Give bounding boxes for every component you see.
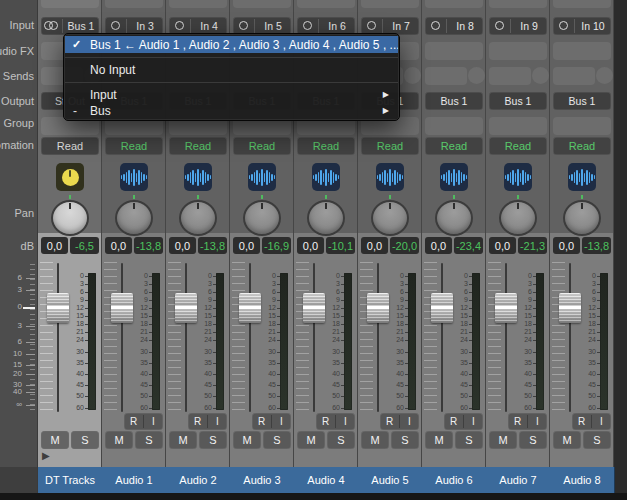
mute-button[interactable]: M (489, 431, 517, 449)
send-slot[interactable] (425, 67, 467, 85)
track-name[interactable]: Audio 5 (358, 467, 422, 493)
solo-button[interactable]: S (135, 431, 163, 449)
input-button[interactable]: In 10 (553, 17, 611, 35)
fader-cap[interactable] (495, 293, 517, 323)
mute-button[interactable]: M (425, 431, 453, 449)
record-enable-button[interactable]: R (188, 413, 207, 430)
automation-read-button[interactable]: Read (41, 137, 99, 155)
pan-knob[interactable] (369, 195, 411, 236)
eq-thumbnail-waveform[interactable] (440, 163, 468, 191)
track-name[interactable]: Audio 3 (230, 467, 294, 493)
pan-knob[interactable] (177, 195, 219, 236)
pan-knob[interactable] (561, 195, 603, 236)
send-knob[interactable] (404, 67, 421, 84)
group-slot[interactable] (489, 117, 547, 135)
eq-thumbnail-waveform[interactable] (120, 163, 148, 191)
audio-fx-slot[interactable] (425, 42, 483, 60)
track-name[interactable]: Audio 4 (294, 467, 358, 493)
fader-track[interactable] (569, 263, 571, 412)
fader-cap[interactable] (111, 293, 133, 323)
pan-knob[interactable] (433, 195, 475, 236)
menu-item-bus[interactable]: - Bus ▶ (65, 102, 398, 119)
fader-track[interactable] (505, 263, 507, 412)
pan-knob[interactable] (497, 195, 539, 236)
audio-fx-slot[interactable] (553, 42, 611, 60)
record-enable-button[interactable]: R (380, 413, 399, 430)
volume-value[interactable]: 0,0 (361, 237, 388, 254)
send-slot[interactable] (489, 67, 531, 85)
mute-button[interactable]: M (169, 431, 197, 449)
mute-button[interactable]: M (297, 431, 325, 449)
fader-track[interactable] (121, 263, 123, 412)
output-button[interactable]: Bus 1 (425, 92, 483, 110)
fader-cap[interactable] (175, 293, 197, 323)
record-enable-button[interactable]: R (572, 413, 591, 430)
volume-value[interactable]: 0,0 (553, 237, 580, 254)
automation-read-button[interactable]: Read (361, 137, 419, 155)
input-monitor-button[interactable]: I (592, 413, 611, 430)
fader-cap[interactable] (303, 293, 325, 323)
fader-track[interactable] (57, 263, 59, 412)
pan-knob[interactable] (241, 195, 283, 236)
fader-track[interactable] (313, 263, 315, 412)
input-monitor-button[interactable]: I (400, 413, 419, 430)
pan-knob[interactable] (113, 195, 155, 236)
mute-button[interactable]: M (553, 431, 581, 449)
volume-value[interactable]: 0,0 (489, 237, 516, 254)
mute-button[interactable]: M (361, 431, 389, 449)
input-button[interactable]: In 8 (425, 17, 483, 35)
eq-thumbnail-waveform[interactable] (184, 163, 212, 191)
eq-thumbnail-waveform[interactable] (248, 163, 276, 191)
menu-item-no-input[interactable]: No Input (65, 61, 398, 78)
eq-thumbnail[interactable] (56, 163, 84, 191)
automation-read-button[interactable]: Read (169, 137, 227, 155)
eq-thumbnail-waveform[interactable] (504, 163, 532, 191)
fader-cap[interactable] (47, 293, 69, 323)
send-slot[interactable] (553, 67, 595, 85)
input-button[interactable]: In 9 (489, 17, 547, 35)
group-slot[interactable] (425, 117, 483, 135)
fader-cap[interactable] (431, 293, 453, 323)
fader-cap[interactable] (239, 293, 261, 323)
solo-button[interactable]: S (583, 431, 611, 449)
track-name[interactable]: Audio 2 (166, 467, 230, 493)
solo-button[interactable]: S (519, 431, 547, 449)
mute-button[interactable]: M (41, 431, 69, 449)
fader-cap[interactable] (559, 293, 581, 323)
input-monitor-button[interactable]: I (336, 413, 355, 430)
automation-read-button[interactable]: Read (233, 137, 291, 155)
record-enable-button[interactable]: R (124, 413, 143, 430)
track-name[interactable]: Audio 8 (550, 467, 614, 493)
pan-knob[interactable] (305, 195, 347, 236)
volume-value[interactable]: 0,0 (425, 237, 452, 254)
input-monitor-button[interactable]: I (208, 413, 227, 430)
menu-item-input[interactable]: Input ▶ (65, 86, 398, 103)
record-enable-button[interactable]: R (444, 413, 463, 430)
mute-button[interactable]: M (105, 431, 133, 449)
disclosure-triangle-icon[interactable]: ▶ (42, 449, 50, 463)
fader-track[interactable] (377, 263, 379, 412)
output-button[interactable]: Bus 1 (553, 92, 611, 110)
output-button[interactable]: Bus 1 (489, 92, 547, 110)
input-monitor-button[interactable]: I (272, 413, 291, 430)
eq-thumbnail-waveform[interactable] (376, 163, 404, 191)
track-name[interactable]: Audio 7 (486, 467, 550, 493)
volume-value[interactable]: 0,0 (297, 237, 324, 254)
automation-read-button[interactable]: Read (297, 137, 355, 155)
fader-track[interactable] (441, 263, 443, 412)
input-monitor-button[interactable]: I (528, 413, 547, 430)
audio-fx-slot[interactable] (489, 42, 547, 60)
send-knob[interactable] (468, 67, 485, 84)
send-knob[interactable] (596, 67, 613, 84)
automation-read-button[interactable]: Read (489, 137, 547, 155)
track-name[interactable]: Audio 1 (102, 467, 166, 493)
fader-track[interactable] (185, 263, 187, 412)
solo-button[interactable]: S (327, 431, 355, 449)
group-slot[interactable] (553, 117, 611, 135)
send-knob[interactable] (532, 67, 549, 84)
record-enable-button[interactable]: R (316, 413, 335, 430)
input-monitor-button[interactable]: I (464, 413, 483, 430)
volume-value[interactable]: 0,0 (169, 237, 196, 254)
solo-button[interactable]: S (199, 431, 227, 449)
automation-read-button[interactable]: Read (105, 137, 163, 155)
